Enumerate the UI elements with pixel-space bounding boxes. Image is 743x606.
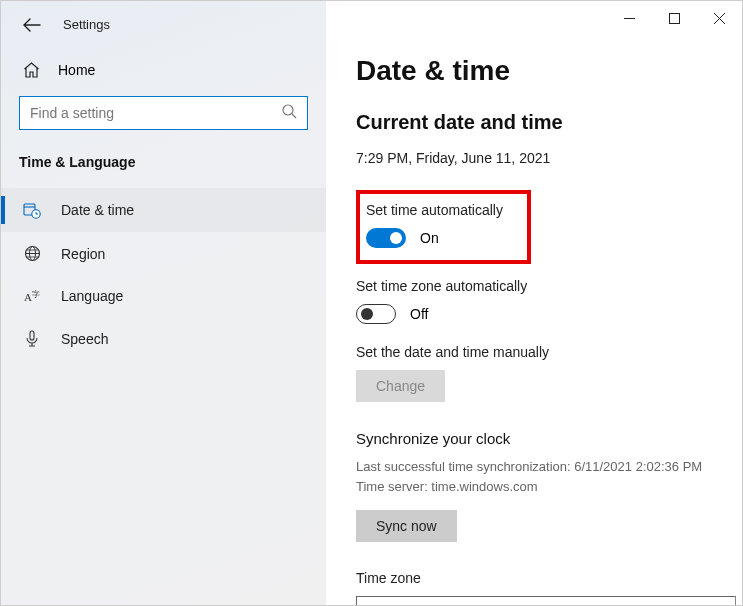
home-label: Home (58, 62, 95, 78)
sidebar-item-label: Speech (61, 331, 108, 347)
search-input[interactable] (19, 96, 308, 130)
minimize-button[interactable] (607, 3, 652, 33)
sidebar: Settings Home Time & Language Date & tim… (1, 1, 326, 605)
search-field[interactable] (30, 105, 282, 121)
sidebar-item-label: Region (61, 246, 105, 262)
microphone-icon (23, 330, 41, 348)
timezone-select[interactable]: (UTC+05:30) Chennai, Kolkata, Mumbai, Ne… (356, 596, 736, 605)
svg-rect-16 (30, 331, 34, 340)
language-icon: A字 (23, 289, 41, 304)
section-current: Current date and time (356, 111, 712, 134)
sync-server: Time server: time.windows.com (356, 477, 712, 497)
home-link[interactable]: Home (1, 52, 326, 88)
category-header: Time & Language (1, 148, 326, 188)
back-icon[interactable] (23, 18, 41, 32)
close-button[interactable] (697, 3, 742, 33)
search-icon (282, 104, 297, 122)
home-icon (23, 62, 40, 78)
sidebar-item-speech[interactable]: Speech (1, 317, 326, 361)
set-time-auto-toggle[interactable] (366, 228, 406, 248)
sync-header: Synchronize your clock (356, 430, 712, 447)
svg-rect-0 (624, 18, 635, 19)
sidebar-item-language[interactable]: A字 Language (1, 275, 326, 317)
sidebar-item-region[interactable]: Region (1, 232, 326, 275)
sidebar-item-date-time[interactable]: Date & time (1, 188, 326, 232)
clock-calendar-icon (23, 201, 41, 219)
svg-point-4 (283, 105, 293, 115)
set-tz-auto-toggle[interactable] (356, 304, 396, 324)
timezone-label: Time zone (356, 570, 712, 586)
sync-now-button[interactable]: Sync now (356, 510, 457, 542)
sidebar-item-label: Language (61, 288, 123, 304)
manual-label: Set the date and time manually (356, 344, 712, 360)
svg-text:字: 字 (32, 290, 40, 299)
svg-text:A: A (24, 291, 32, 303)
page-title: Date & time (356, 55, 712, 87)
globe-icon (23, 245, 41, 262)
sync-last: Last successful time synchronization: 6/… (356, 457, 712, 477)
highlight-annotation: Set time automatically On (356, 190, 531, 264)
svg-line-5 (292, 114, 296, 118)
app-title: Settings (63, 17, 110, 32)
set-tz-auto-label: Set time zone automatically (356, 278, 712, 294)
toggle-state: Off (410, 306, 428, 322)
current-datetime: 7:29 PM, Friday, June 11, 2021 (356, 150, 712, 166)
maximize-button[interactable] (652, 3, 697, 33)
main-content: Date & time Current date and time 7:29 P… (326, 1, 742, 605)
svg-rect-1 (670, 13, 680, 23)
toggle-state: On (420, 230, 439, 246)
change-button[interactable]: Change (356, 370, 445, 402)
sidebar-item-label: Date & time (61, 202, 134, 218)
set-time-auto-label: Set time automatically (366, 202, 515, 218)
